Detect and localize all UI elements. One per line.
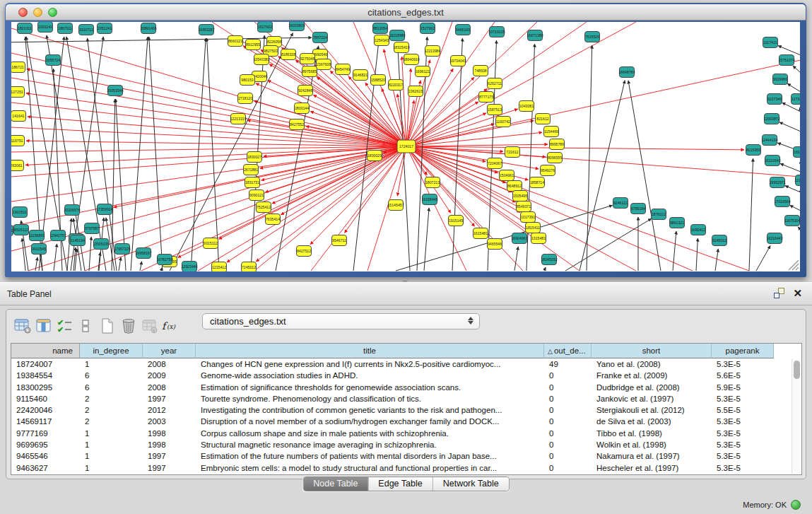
graph-node[interactable]: 9329966 — [773, 74, 788, 85]
graph-node[interactable]: 1910712 — [79, 25, 94, 35]
graph-node[interactable]: 10543382 — [253, 54, 269, 65]
graph-node[interactable]: 18245032 — [541, 255, 557, 265]
graph-node[interactable]: 3915912 — [11, 226, 13, 236]
column-header-year[interactable]: year — [143, 344, 196, 358]
graph-node[interactable]: 9146821 — [353, 70, 368, 81]
graph-node[interactable]: 18640910 — [403, 54, 419, 65]
graph-node[interactable]: 1588520 — [371, 75, 386, 86]
graph-node[interactable]: 9275048 — [300, 54, 315, 64]
graph-node[interactable]: 19218986 — [389, 30, 405, 41]
graph-node[interactable]: 17359924 — [96, 204, 112, 215]
table-row[interactable]: 911546021997Tourette syndrome. Phenomeno… — [11, 393, 801, 404]
graph-node[interactable]: 15751074 — [778, 55, 794, 66]
graph-node[interactable]: 12942757 — [49, 230, 66, 241]
table-columns-icon[interactable] — [33, 316, 54, 336]
graph-node[interactable]: 1615481 — [473, 228, 488, 239]
graph-node[interactable]: 1910511 — [13, 207, 28, 218]
graph-node[interactable]: 3910545 — [32, 244, 47, 255]
graph-node[interactable]: 7525412 — [257, 202, 271, 213]
graph-node[interactable]: 1696121 — [416, 66, 430, 77]
table-row[interactable]: 2242004622012Investigating the contribut… — [11, 404, 801, 416]
table-row[interactable]: 946362711997Embryonic stem cells: a mode… — [11, 462, 801, 474]
graph-node[interactable]: 8912955 — [246, 40, 261, 50]
graph-node[interactable]: 9245012 — [712, 235, 727, 246]
graph-node[interactable]: 9465546 — [488, 239, 502, 250]
graph-node[interactable]: 2718120 — [238, 93, 253, 104]
graph-node[interactable]: 8660123 — [228, 36, 243, 47]
graph-node[interactable]: 1830029 — [367, 151, 382, 161]
graph-hub-node[interactable]: 1724017 — [397, 140, 416, 153]
graph-node[interactable]: 1858714 — [530, 177, 545, 188]
graph-node[interactable]: 20053346 — [107, 86, 123, 96]
table-row[interactable]: 946554611997Estimation of the future num… — [11, 450, 801, 462]
graph-node[interactable]: 11675304 — [784, 216, 800, 226]
graph-node[interactable]: 2671881 — [244, 165, 259, 175]
graph-node[interactable]: 13505135 — [93, 239, 109, 250]
graph-node[interactable]: 8454749 — [336, 64, 351, 75]
graph-node[interactable]: 1215412 — [212, 262, 227, 272]
graph-node[interactable]: 748508 — [473, 66, 488, 76]
column-header-in-degree[interactable]: in_degree — [80, 344, 143, 358]
graph-node[interactable]: 6292711 — [488, 78, 502, 89]
graph-node[interactable]: 9549276 — [541, 165, 555, 176]
graph-node[interactable]: 7245012 — [242, 262, 257, 272]
graph-node[interactable]: 17957225 — [114, 244, 130, 255]
graph-node[interactable]: 12160354 — [794, 175, 800, 186]
graph-node[interactable]: 19158445 — [421, 194, 437, 205]
rows-icon[interactable] — [76, 316, 97, 336]
tab-network-table[interactable]: Network Table — [433, 477, 509, 491]
delete-table-disabled-icon[interactable]: x — [139, 316, 160, 336]
graph-node[interactable]: 20206576 — [64, 205, 80, 216]
graph-node[interactable]: 1619511 — [794, 147, 801, 158]
table-selector-dropdown[interactable]: citations_edges.txt — [202, 313, 480, 329]
graph-node[interactable]: 12093872 — [763, 114, 779, 124]
graph-node[interactable]: 8427552 — [290, 119, 305, 130]
graph-node[interactable]: 980153 — [240, 75, 255, 86]
graph-node[interactable]: 9797587 — [85, 223, 100, 234]
graph-node[interactable]: 8813054 — [373, 23, 388, 34]
graph-node[interactable]: 16648784 — [618, 67, 635, 78]
graph-node[interactable]: 16671388 — [526, 30, 543, 41]
graph-node[interactable]: 7204067 — [488, 158, 502, 169]
graph-node[interactable]: 16216443 — [766, 233, 782, 244]
graph-node[interactable]: 8505112 — [14, 225, 29, 235]
graph-node[interactable]: 8186328 — [281, 49, 296, 60]
graph-node[interactable]: 1876212 — [652, 209, 666, 220]
graph-node[interactable]: 8096555 — [548, 153, 563, 163]
graph-node[interactable]: 8427512 — [297, 246, 312, 257]
graph-node[interactable]: 16033809 — [288, 22, 305, 31]
graph-node[interactable]: 18325419 — [393, 42, 409, 53]
graph-node[interactable]: 1117421 — [763, 37, 778, 48]
graph-node[interactable]: 8220317 — [389, 80, 404, 90]
table-row[interactable]: 969969511998Structural magnetic resonanc… — [11, 439, 801, 450]
graph-node[interactable]: 20891406 — [140, 23, 156, 34]
graph-node[interactable]: 16782759 — [156, 255, 172, 265]
graph-node[interactable]: 127251 — [11, 87, 25, 98]
graph-node[interactable]: 1505495 — [513, 191, 528, 201]
graph-node[interactable]: 2803144 — [295, 103, 310, 114]
graph-node[interactable]: 19734043 — [449, 56, 466, 66]
graph-node[interactable]: 12213984 — [424, 46, 440, 57]
graph-node[interactable]: 11156863 — [29, 230, 45, 241]
graph-node[interactable]: 8995786 — [550, 139, 565, 150]
graph-node[interactable]: 1273451 — [792, 94, 801, 105]
graph-node[interactable]: 1154469 — [544, 127, 559, 137]
function-icon[interactable]: f(x) — [160, 316, 182, 336]
new-document-icon[interactable] — [97, 316, 118, 336]
graph-node[interactable]: 16904967 — [511, 233, 527, 244]
column-header-pagerank[interactable]: pagerank — [712, 344, 774, 358]
graph-node[interactable]: 1315481 — [531, 233, 546, 244]
memory-ok-indicator[interactable] — [791, 500, 801, 510]
table-row[interactable]: 1872400712008Changes of HCN gene express… — [11, 358, 801, 370]
graph-node[interactable]: 8777175 — [479, 92, 494, 103]
graph-node[interactable]: 116751 — [11, 136, 25, 146]
table-settings-icon[interactable] — [12, 316, 33, 336]
graph-node[interactable]: 1815411 — [526, 223, 541, 233]
graph-node[interactable]: 9227349 — [767, 94, 782, 105]
graph-node[interactable]: 8648912 — [507, 181, 522, 192]
table-vertical-scrollbar[interactable] — [792, 359, 801, 474]
graph-node[interactable]: 1254343 — [375, 35, 389, 46]
window-titlebar[interactable]: citations_edges.txt — [6, 4, 806, 21]
minimize-window-button[interactable] — [33, 8, 42, 17]
graph-node[interactable]: 9242848 — [298, 86, 313, 96]
